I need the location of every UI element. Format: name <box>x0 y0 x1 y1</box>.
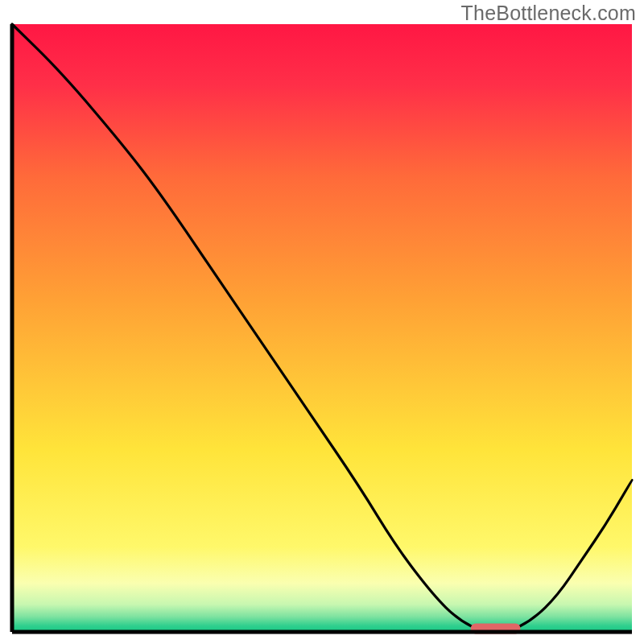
bottleneck-chart <box>0 0 644 644</box>
chart-frame: TheBottleneck.com <box>0 0 644 644</box>
watermark-text: TheBottleneck.com <box>461 2 636 25</box>
plot-background <box>12 24 632 632</box>
